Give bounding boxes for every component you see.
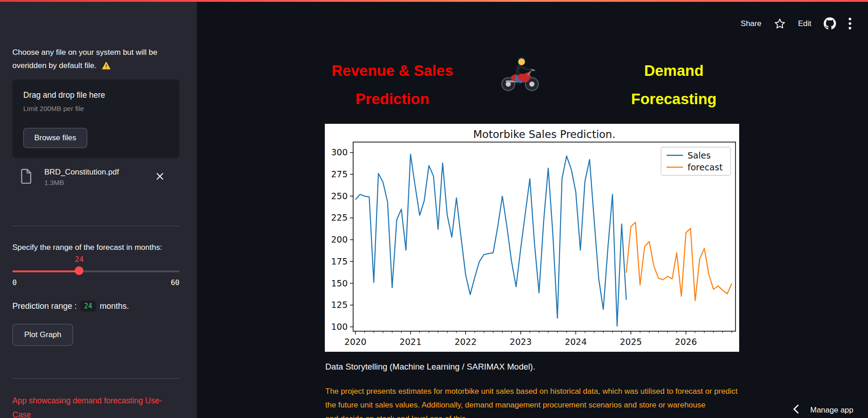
heading-revenue-sales: Revenue & Sales Prediction <box>321 57 464 113</box>
slider-fill <box>12 270 79 272</box>
uploaded-file-size: 1.3MB <box>44 179 119 186</box>
prediction-range-line: Prediction range : 24 months. <box>12 301 180 312</box>
svg-text:2021: 2021 <box>399 337 421 347</box>
uploaded-file-name: BRD_Constitution.pdf <box>44 168 119 177</box>
slider-track[interactable] <box>12 270 180 272</box>
close-icon <box>156 175 164 182</box>
browse-files-button[interactable]: Browse files <box>23 128 87 148</box>
slider-value: 24 <box>75 255 84 264</box>
uploaded-file-info: BRD_Constitution.pdf 1.3MB <box>44 168 119 186</box>
uploader-label: Choose any file on your system but will … <box>12 46 175 74</box>
share-button[interactable]: Share <box>741 19 761 28</box>
sidebar-divider-bottom <box>12 378 180 379</box>
svg-text:2022: 2022 <box>455 337 476 347</box>
chart-caption: Data Storytelling (Machine Learning / SA… <box>325 362 535 372</box>
svg-text:2024: 2024 <box>565 337 587 347</box>
description-line-2: the future unit sales values. Additional… <box>325 398 742 412</box>
slider-min-label: 0 <box>12 278 17 287</box>
svg-text:2023: 2023 <box>510 337 532 347</box>
motorbike-emoji <box>498 55 541 95</box>
forecast-range-slider: 24 0 60 <box>12 256 180 288</box>
svg-text:2025: 2025 <box>620 337 642 347</box>
file-dropzone[interactable]: Drag and drop file here Limit 200MB per … <box>12 79 180 158</box>
slider-label: Specify the range of the forecast in mon… <box>12 243 180 252</box>
description-line-3: and decide on stock and level one of thi… <box>325 412 742 418</box>
svg-text:forecast: forecast <box>688 162 723 172</box>
kebab-menu-icon[interactable] <box>848 17 852 30</box>
warning-icon <box>102 60 111 74</box>
dropzone-limit: Limit 200MB per file <box>23 105 169 112</box>
svg-text:200: 200 <box>331 234 348 244</box>
description-line-1: The project presents estimates for motor… <box>325 385 742 398</box>
sidebar-footer-note: App showcasing demand forecasting Use-Ca… <box>12 394 172 418</box>
heading-demand-forecasting: Demand Forecasting <box>614 57 733 113</box>
prediction-suffix: months. <box>100 302 129 311</box>
manage-app-label: Manage app <box>810 406 853 415</box>
svg-text:250: 250 <box>331 191 348 201</box>
document-icon <box>21 169 32 185</box>
chevron-left-icon <box>793 404 799 416</box>
manage-app-button[interactable]: Manage app <box>793 404 853 416</box>
svg-text:300: 300 <box>331 147 348 157</box>
svg-text:225: 225 <box>331 212 348 222</box>
uploaded-file-row: BRD_Constitution.pdf 1.3MB <box>12 163 180 191</box>
dropzone-title: Drag and drop file here <box>23 90 169 100</box>
svg-text:275: 275 <box>331 169 348 179</box>
sidebar-divider-top <box>12 226 180 226</box>
uploader-label-text: Choose any file on your system but will … <box>12 48 158 70</box>
svg-text:125: 125 <box>331 300 348 310</box>
svg-text:150: 150 <box>331 278 348 288</box>
app-root: Choose any file on your system but will … <box>0 0 868 418</box>
github-icon[interactable] <box>824 17 836 30</box>
app-toolbar: Share Edit <box>741 17 852 30</box>
sidebar: Choose any file on your system but will … <box>0 2 197 418</box>
prediction-prefix: Prediction range : <box>12 302 77 311</box>
svg-text:175: 175 <box>331 256 348 266</box>
sales-chart: 1001251501752002252502753002020202120222… <box>325 124 739 352</box>
svg-text:100: 100 <box>331 322 348 332</box>
svg-text:2026: 2026 <box>675 337 697 347</box>
svg-text:Motorbike Sales Prediction.: Motorbike Sales Prediction. <box>473 128 616 140</box>
slider-thumb[interactable] <box>75 266 84 275</box>
sales-prediction-figure: 1001251501752002252502753002020202120222… <box>325 124 739 352</box>
star-icon[interactable] <box>774 18 786 30</box>
remove-file-button[interactable] <box>154 170 166 184</box>
prediction-value-badge: 24 <box>80 301 96 312</box>
plot-graph-button[interactable]: Plot Graph <box>12 324 73 346</box>
slider-max-label: 60 <box>171 278 180 287</box>
svg-text:Sales: Sales <box>688 150 711 160</box>
project-description: The project presents estimates for motor… <box>325 385 742 418</box>
edit-button[interactable]: Edit <box>798 19 811 28</box>
svg-text:2020: 2020 <box>344 337 366 347</box>
